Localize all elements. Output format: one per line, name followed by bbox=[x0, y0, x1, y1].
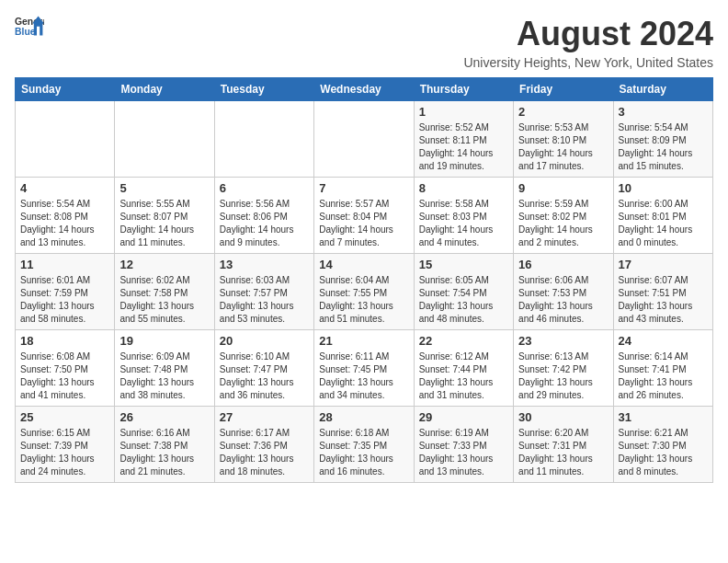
day-number: 10 bbox=[619, 181, 708, 195]
day-info: Sunrise: 5:55 AM Sunset: 8:07 PM Dayligh… bbox=[119, 198, 209, 249]
calendar-cell: 26Sunrise: 6:16 AM Sunset: 7:38 PM Dayli… bbox=[115, 407, 214, 483]
calendar-cell: 20Sunrise: 6:10 AM Sunset: 7:47 PM Dayli… bbox=[214, 330, 313, 407]
header-saturday: Saturday bbox=[613, 78, 712, 101]
day-number: 25 bbox=[20, 410, 109, 424]
calendar-week-row: 25Sunrise: 6:15 AM Sunset: 7:39 PM Dayli… bbox=[16, 407, 713, 483]
calendar-cell: 8Sunrise: 5:58 AM Sunset: 8:03 PM Daylig… bbox=[414, 178, 513, 254]
calendar-week-row: 1Sunrise: 5:52 AM Sunset: 8:11 PM Daylig… bbox=[16, 101, 713, 178]
day-info: Sunrise: 5:57 AM Sunset: 8:04 PM Dayligh… bbox=[319, 198, 408, 249]
day-info: Sunrise: 6:10 AM Sunset: 7:47 PM Dayligh… bbox=[220, 350, 309, 402]
day-info: Sunrise: 5:54 AM Sunset: 8:09 PM Dayligh… bbox=[619, 121, 708, 173]
day-number: 24 bbox=[619, 334, 708, 348]
calendar-cell bbox=[115, 101, 214, 178]
calendar-cell: 7Sunrise: 5:57 AM Sunset: 8:04 PM Daylig… bbox=[314, 178, 414, 254]
day-info: Sunrise: 6:14 AM Sunset: 7:41 PM Dayligh… bbox=[619, 350, 708, 402]
calendar-header-row: SundayMondayTuesdayWednesdayThursdayFrid… bbox=[16, 78, 713, 101]
day-number: 17 bbox=[619, 258, 708, 271]
day-number: 27 bbox=[220, 410, 309, 424]
calendar-cell: 5Sunrise: 5:55 AM Sunset: 8:07 PM Daylig… bbox=[115, 178, 214, 254]
location-subtitle: University Heights, New York, United Sta… bbox=[463, 55, 713, 70]
day-number: 18 bbox=[20, 334, 109, 348]
header-tuesday: Tuesday bbox=[214, 78, 313, 101]
calendar-table: SundayMondayTuesdayWednesdayThursdayFrid… bbox=[15, 77, 713, 483]
day-number: 31 bbox=[619, 410, 708, 424]
calendar-cell: 10Sunrise: 6:00 AM Sunset: 8:01 PM Dayli… bbox=[613, 178, 712, 254]
header-wednesday: Wednesday bbox=[314, 78, 414, 101]
calendar-cell bbox=[214, 101, 313, 178]
day-number: 9 bbox=[518, 181, 608, 195]
day-number: 29 bbox=[419, 410, 508, 424]
day-info: Sunrise: 6:17 AM Sunset: 7:36 PM Dayligh… bbox=[220, 427, 309, 478]
day-info: Sunrise: 6:21 AM Sunset: 7:30 PM Dayligh… bbox=[619, 427, 708, 478]
calendar-cell: 18Sunrise: 6:08 AM Sunset: 7:50 PM Dayli… bbox=[16, 330, 115, 407]
header-sunday: Sunday bbox=[16, 78, 115, 101]
day-number: 8 bbox=[419, 181, 508, 195]
day-number: 6 bbox=[220, 181, 309, 195]
month-year-title: August 2024 bbox=[463, 15, 713, 53]
logo-icon: General Blue bbox=[15, 15, 44, 40]
day-number: 3 bbox=[619, 105, 708, 119]
calendar-cell: 4Sunrise: 5:54 AM Sunset: 8:08 PM Daylig… bbox=[16, 178, 115, 254]
calendar-cell: 16Sunrise: 6:06 AM Sunset: 7:53 PM Dayli… bbox=[514, 254, 613, 330]
calendar-cell: 19Sunrise: 6:09 AM Sunset: 7:48 PM Dayli… bbox=[115, 330, 214, 407]
logo: General Blue bbox=[15, 15, 44, 40]
day-number: 23 bbox=[518, 334, 608, 348]
day-info: Sunrise: 6:05 AM Sunset: 7:54 PM Dayligh… bbox=[419, 274, 508, 326]
day-info: Sunrise: 6:01 AM Sunset: 7:59 PM Dayligh… bbox=[20, 274, 109, 326]
calendar-cell bbox=[16, 101, 115, 178]
day-number: 1 bbox=[419, 105, 508, 119]
day-info: Sunrise: 6:19 AM Sunset: 7:33 PM Dayligh… bbox=[419, 427, 508, 478]
calendar-cell: 27Sunrise: 6:17 AM Sunset: 7:36 PM Dayli… bbox=[214, 407, 313, 483]
day-number: 20 bbox=[220, 334, 309, 348]
header-thursday: Thursday bbox=[414, 78, 513, 101]
day-number: 13 bbox=[220, 258, 309, 271]
calendar-week-row: 18Sunrise: 6:08 AM Sunset: 7:50 PM Dayli… bbox=[16, 330, 713, 407]
calendar-cell: 24Sunrise: 6:14 AM Sunset: 7:41 PM Dayli… bbox=[613, 330, 712, 407]
day-number: 14 bbox=[319, 258, 408, 271]
day-number: 15 bbox=[419, 258, 508, 271]
calendar-cell: 2Sunrise: 5:53 AM Sunset: 8:10 PM Daylig… bbox=[514, 101, 613, 178]
calendar-cell: 25Sunrise: 6:15 AM Sunset: 7:39 PM Dayli… bbox=[16, 407, 115, 483]
day-info: Sunrise: 5:53 AM Sunset: 8:10 PM Dayligh… bbox=[518, 121, 608, 173]
calendar-cell: 14Sunrise: 6:04 AM Sunset: 7:55 PM Dayli… bbox=[314, 254, 414, 330]
day-info: Sunrise: 6:15 AM Sunset: 7:39 PM Dayligh… bbox=[20, 427, 109, 478]
day-info: Sunrise: 5:56 AM Sunset: 8:06 PM Dayligh… bbox=[220, 198, 309, 249]
day-number: 19 bbox=[119, 334, 209, 348]
day-number: 16 bbox=[518, 258, 608, 271]
day-number: 5 bbox=[119, 181, 209, 195]
calendar-cell: 11Sunrise: 6:01 AM Sunset: 7:59 PM Dayli… bbox=[16, 254, 115, 330]
day-info: Sunrise: 6:16 AM Sunset: 7:38 PM Dayligh… bbox=[119, 427, 209, 478]
calendar-cell: 6Sunrise: 5:56 AM Sunset: 8:06 PM Daylig… bbox=[214, 178, 313, 254]
calendar-cell: 12Sunrise: 6:02 AM Sunset: 7:58 PM Dayli… bbox=[115, 254, 214, 330]
calendar-week-row: 4Sunrise: 5:54 AM Sunset: 8:08 PM Daylig… bbox=[16, 178, 713, 254]
day-info: Sunrise: 6:08 AM Sunset: 7:50 PM Dayligh… bbox=[20, 350, 109, 402]
calendar-cell: 15Sunrise: 6:05 AM Sunset: 7:54 PM Dayli… bbox=[414, 254, 513, 330]
day-info: Sunrise: 6:18 AM Sunset: 7:35 PM Dayligh… bbox=[319, 427, 408, 478]
day-number: 4 bbox=[20, 181, 109, 195]
day-number: 7 bbox=[319, 181, 408, 195]
day-info: Sunrise: 6:04 AM Sunset: 7:55 PM Dayligh… bbox=[319, 274, 408, 326]
day-number: 30 bbox=[518, 410, 608, 424]
calendar-cell: 17Sunrise: 6:07 AM Sunset: 7:51 PM Dayli… bbox=[613, 254, 712, 330]
calendar-cell bbox=[314, 101, 414, 178]
day-number: 26 bbox=[119, 410, 209, 424]
day-info: Sunrise: 6:02 AM Sunset: 7:58 PM Dayligh… bbox=[119, 274, 209, 326]
calendar-cell: 13Sunrise: 6:03 AM Sunset: 7:57 PM Dayli… bbox=[214, 254, 313, 330]
day-info: Sunrise: 6:11 AM Sunset: 7:45 PM Dayligh… bbox=[319, 350, 408, 402]
day-info: Sunrise: 5:54 AM Sunset: 8:08 PM Dayligh… bbox=[20, 198, 109, 249]
day-number: 11 bbox=[20, 258, 109, 271]
day-info: Sunrise: 5:58 AM Sunset: 8:03 PM Dayligh… bbox=[419, 198, 508, 249]
calendar-cell: 9Sunrise: 5:59 AM Sunset: 8:02 PM Daylig… bbox=[514, 178, 613, 254]
calendar-cell: 29Sunrise: 6:19 AM Sunset: 7:33 PM Dayli… bbox=[414, 407, 513, 483]
svg-text:Blue: Blue bbox=[15, 27, 36, 37]
calendar-cell: 1Sunrise: 5:52 AM Sunset: 8:11 PM Daylig… bbox=[414, 101, 513, 178]
calendar-cell: 23Sunrise: 6:13 AM Sunset: 7:42 PM Dayli… bbox=[514, 330, 613, 407]
day-info: Sunrise: 6:09 AM Sunset: 7:48 PM Dayligh… bbox=[119, 350, 209, 402]
calendar-cell: 28Sunrise: 6:18 AM Sunset: 7:35 PM Dayli… bbox=[314, 407, 414, 483]
day-info: Sunrise: 6:13 AM Sunset: 7:42 PM Dayligh… bbox=[518, 350, 608, 402]
day-info: Sunrise: 5:52 AM Sunset: 8:11 PM Dayligh… bbox=[419, 121, 508, 173]
page-header: General Blue August 2024 University Heig… bbox=[15, 15, 713, 70]
header-monday: Monday bbox=[115, 78, 214, 101]
day-info: Sunrise: 6:06 AM Sunset: 7:53 PM Dayligh… bbox=[518, 274, 608, 326]
day-number: 2 bbox=[518, 105, 608, 119]
